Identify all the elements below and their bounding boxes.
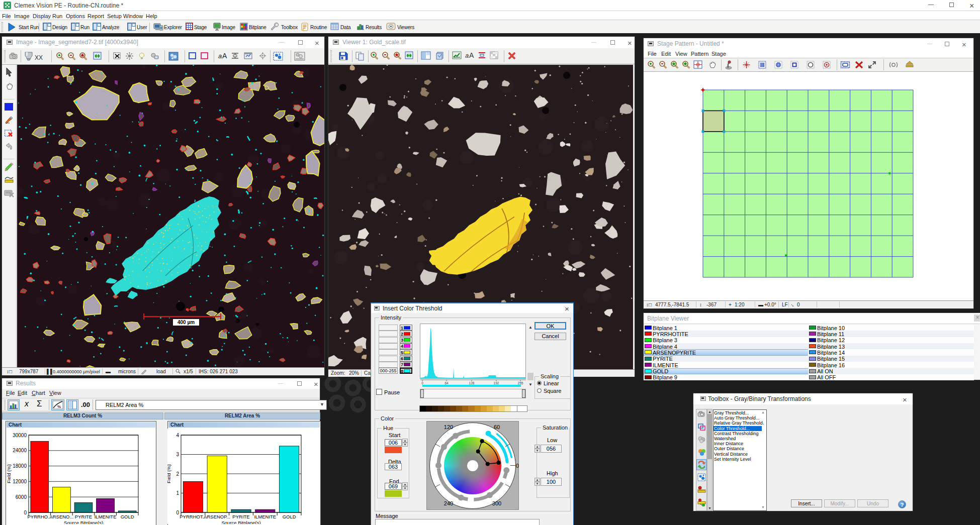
- svg-text:GOLD: GOLD: [121, 514, 134, 519]
- svg-text:30000: 30000: [13, 433, 27, 438]
- svg-text:400 µm: 400 µm: [177, 320, 195, 325]
- svg-text:255: 255: [518, 381, 523, 385]
- svg-text:ILMENITE: ILMENITE: [254, 514, 276, 519]
- svg-text:24000: 24000: [13, 448, 27, 453]
- svg-text:0: 0: [176, 510, 179, 515]
- svg-text:12000: 12000: [13, 479, 27, 484]
- svg-text:ARSENOP...: ARSENOP...: [204, 514, 230, 519]
- svg-text:PYRRHOT...: PYRRHOT...: [180, 514, 206, 519]
- svg-text:ILMENITE: ILMENITE: [95, 514, 117, 519]
- svg-text:64: 64: [444, 381, 449, 385]
- svg-text:128: 128: [469, 381, 475, 385]
- svg-text:A: A: [222, 52, 227, 60]
- svg-text:ARSENO...: ARSENO...: [49, 514, 73, 519]
- svg-text:PYRRHO...: PYRRHO...: [28, 514, 52, 519]
- svg-text:0: 0: [421, 381, 423, 385]
- svg-text:4: 4: [176, 433, 179, 438]
- svg-text:6000: 6000: [16, 494, 27, 500]
- svg-text:Field (%): Field (%): [7, 464, 12, 483]
- svg-text:Field (%): Field (%): [167, 464, 171, 483]
- svg-text:GOLD: GOLD: [283, 514, 296, 519]
- svg-text:PYRITE: PYRITE: [232, 514, 249, 519]
- svg-text:18000: 18000: [13, 463, 27, 469]
- svg-text:120: 120: [444, 424, 453, 430]
- svg-text:Source Bitplane(s): Source Bitplane(s): [221, 520, 260, 524]
- svg-text:0: 0: [24, 510, 27, 515]
- svg-text:0: 0: [516, 463, 519, 469]
- svg-text:192: 192: [494, 381, 499, 385]
- svg-text:%: %: [57, 404, 61, 409]
- svg-text:Source Bitplane(s): Source Bitplane(s): [64, 520, 103, 524]
- svg-text:60: 60: [494, 424, 500, 430]
- svg-text:240: 240: [444, 500, 453, 506]
- svg-text:3: 3: [176, 452, 179, 457]
- svg-text:A: A: [469, 51, 474, 59]
- svg-text:a: a: [465, 52, 469, 59]
- svg-text:1: 1: [176, 490, 179, 496]
- svg-text:2: 2: [176, 471, 179, 477]
- svg-text:300: 300: [492, 500, 501, 506]
- svg-text:PYRITE: PYRITE: [75, 514, 92, 519]
- svg-text:a: a: [218, 52, 222, 60]
